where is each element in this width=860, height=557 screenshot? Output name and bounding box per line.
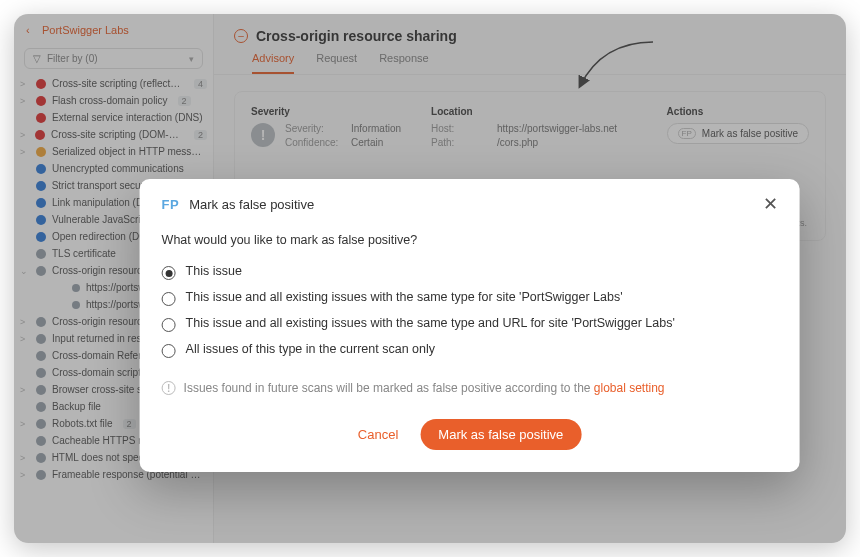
radio-label: This issue and all existing issues with … bbox=[186, 290, 623, 304]
modal-note: ! Issues found in future scans will be m… bbox=[162, 381, 778, 395]
global-setting-link[interactable]: global setting bbox=[594, 381, 665, 395]
close-icon[interactable]: ✕ bbox=[763, 195, 778, 213]
radio-icon[interactable] bbox=[162, 318, 176, 332]
note-text: Issues found in future scans will be mar… bbox=[184, 381, 594, 395]
options-group: This issueThis issue and all existing is… bbox=[162, 259, 778, 363]
fp-icon: FP bbox=[162, 197, 180, 212]
modal-question: What would you like to mark as false pos… bbox=[162, 233, 778, 247]
radio-icon[interactable] bbox=[162, 292, 176, 306]
false-positive-modal: FP Mark as false positive ✕ What would y… bbox=[140, 179, 800, 472]
confirm-button[interactable]: Mark as false positive bbox=[420, 419, 581, 450]
radio-option[interactable]: This issue and all existing issues with … bbox=[162, 285, 778, 311]
app-window: ‹ PortSwigger Labs ▽ Filter by (0) ▾ >Cr… bbox=[14, 14, 846, 543]
radio-option[interactable]: This issue bbox=[162, 259, 778, 285]
radio-icon[interactable] bbox=[162, 266, 176, 280]
radio-option[interactable]: All issues of this type in the current s… bbox=[162, 337, 778, 363]
radio-option[interactable]: This issue and all existing issues with … bbox=[162, 311, 778, 337]
modal-title: Mark as false positive bbox=[189, 197, 314, 212]
info-icon: ! bbox=[162, 381, 176, 395]
radio-label: This issue and all existing issues with … bbox=[186, 316, 675, 330]
radio-label: This issue bbox=[186, 264, 242, 278]
radio-icon[interactable] bbox=[162, 344, 176, 358]
cancel-button[interactable]: Cancel bbox=[358, 427, 398, 442]
radio-label: All issues of this type in the current s… bbox=[186, 342, 435, 356]
